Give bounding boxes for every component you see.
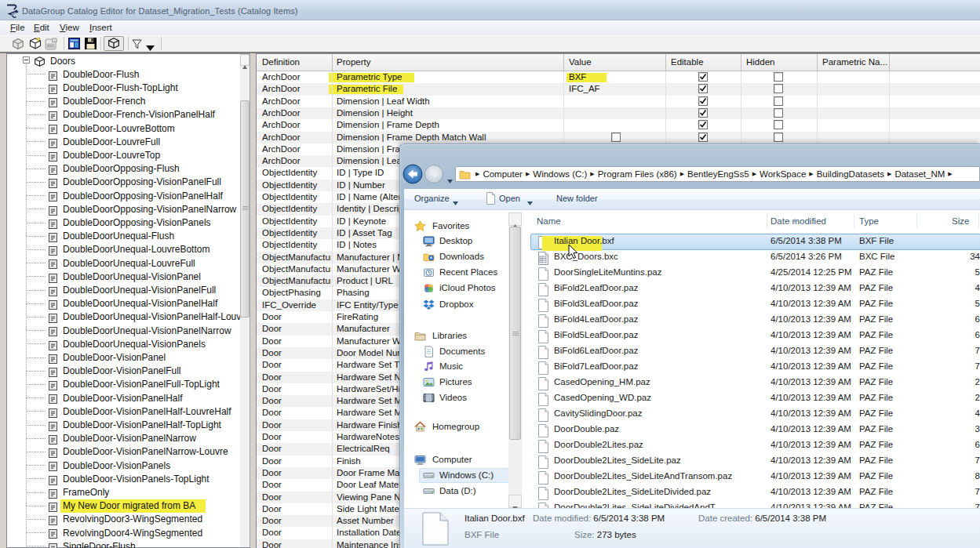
svg-text:BSI: BSI xyxy=(48,44,53,48)
